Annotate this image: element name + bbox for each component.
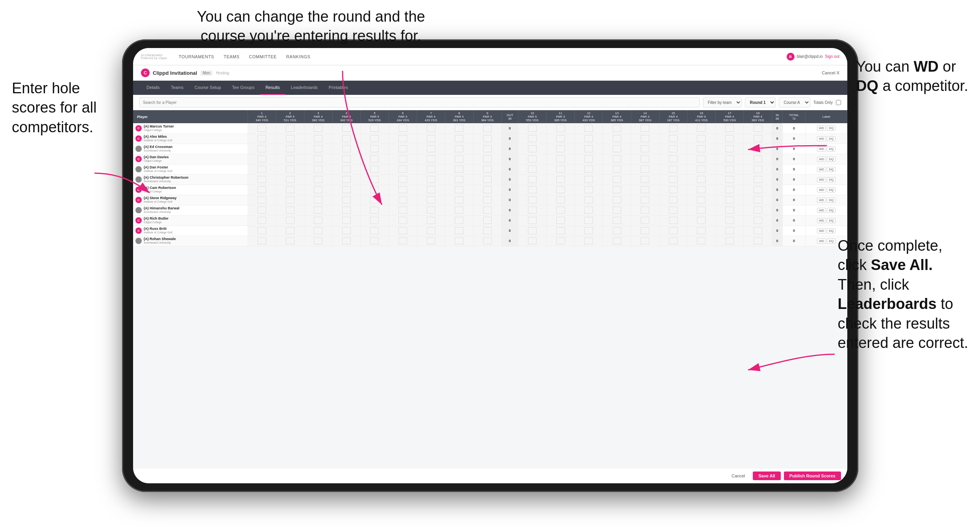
- hole-8-input[interactable]: [455, 227, 463, 234]
- hole-15-input[interactable]: [669, 196, 678, 203]
- dq-button[interactable]: DQ: [827, 218, 836, 223]
- hole-13-input-cell[interactable]: [603, 174, 631, 185]
- hole-12-input[interactable]: [584, 217, 593, 224]
- hole-4-input-cell[interactable]: [332, 226, 361, 236]
- nav-tournaments[interactable]: TOURNAMENTS: [179, 54, 214, 59]
- hole-11-input-cell[interactable]: [547, 133, 575, 144]
- hole-7-input-cell[interactable]: [417, 236, 445, 246]
- hole-12-input[interactable]: [584, 237, 593, 244]
- hole-8-input[interactable]: [455, 186, 463, 193]
- hole-5-input-cell[interactable]: [361, 144, 389, 154]
- hole-14-input-cell[interactable]: [631, 133, 659, 144]
- hole-7-input-cell[interactable]: [417, 123, 445, 133]
- hole-7-input[interactable]: [427, 237, 435, 244]
- hole-13-input[interactable]: [613, 155, 621, 163]
- hole-4-input-cell[interactable]: [332, 154, 361, 164]
- hole-15-input[interactable]: [669, 217, 678, 224]
- hole-4-input[interactable]: [342, 186, 351, 193]
- hole-1-input[interactable]: [258, 207, 266, 214]
- hole-8-input[interactable]: [455, 145, 463, 152]
- dq-button[interactable]: DQ: [827, 157, 836, 162]
- hole-6-input-cell[interactable]: [389, 195, 417, 205]
- hole-12-input-cell[interactable]: [574, 215, 603, 226]
- hole-11-input-cell[interactable]: [547, 226, 575, 236]
- hole-5-input-cell[interactable]: [361, 154, 389, 164]
- hole-17-input[interactable]: [725, 145, 734, 152]
- hole-10-input[interactable]: [528, 166, 537, 173]
- hole-3-input[interactable]: [314, 207, 322, 214]
- hole-6-input[interactable]: [398, 145, 407, 152]
- hole-17-input-cell[interactable]: [715, 205, 744, 215]
- hole-3-input-cell[interactable]: [304, 215, 332, 226]
- hole-2-input[interactable]: [286, 217, 295, 224]
- hole-2-input-cell[interactable]: [276, 164, 304, 174]
- course-select[interactable]: Course A: [779, 97, 810, 107]
- hole-15-input[interactable]: [669, 145, 678, 152]
- hole-17-input-cell[interactable]: [715, 236, 744, 246]
- hole-9-input-cell[interactable]: [473, 164, 502, 174]
- hole-7-input[interactable]: [427, 125, 435, 132]
- hole-11-input-cell[interactable]: [547, 195, 575, 205]
- tab-details[interactable]: Details: [141, 81, 165, 95]
- hole-8-input-cell[interactable]: [445, 164, 473, 174]
- hole-14-input-cell[interactable]: [631, 154, 659, 164]
- hole-11-input-cell[interactable]: [547, 236, 575, 246]
- hole-7-input-cell[interactable]: [417, 154, 445, 164]
- hole-16-input-cell[interactable]: [687, 123, 716, 133]
- hole-7-input-cell[interactable]: [417, 195, 445, 205]
- hole-15-input[interactable]: [669, 166, 678, 173]
- hole-5-input[interactable]: [370, 237, 379, 244]
- hole-6-input-cell[interactable]: [389, 154, 417, 164]
- hole-18-input[interactable]: [754, 145, 762, 152]
- hole-16-input-cell[interactable]: [687, 174, 716, 185]
- hole-7-input-cell[interactable]: [417, 144, 445, 154]
- hole-15-input-cell[interactable]: [659, 226, 687, 236]
- save-all-button[interactable]: Save All: [753, 472, 780, 480]
- tab-tee-groups[interactable]: Tee Groups: [226, 81, 260, 95]
- hole-15-input[interactable]: [669, 237, 678, 244]
- hole-15-input[interactable]: [669, 155, 678, 163]
- hole-5-input-cell[interactable]: [361, 164, 389, 174]
- hole-17-input-cell[interactable]: [715, 195, 744, 205]
- hole-17-input[interactable]: [725, 196, 734, 203]
- hole-13-input-cell[interactable]: [603, 195, 631, 205]
- hole-18-input[interactable]: [754, 186, 762, 193]
- hole-15-input[interactable]: [669, 176, 678, 183]
- hole-4-input-cell[interactable]: [332, 195, 361, 205]
- hole-1-input-cell[interactable]: [248, 215, 276, 226]
- hole-13-input-cell[interactable]: [603, 185, 631, 195]
- nav-teams[interactable]: TEAMS: [224, 54, 239, 59]
- hole-8-input-cell[interactable]: [445, 236, 473, 246]
- hole-1-input[interactable]: [258, 145, 266, 152]
- dq-button[interactable]: DQ: [827, 167, 836, 172]
- hole-12-input-cell[interactable]: [574, 144, 603, 154]
- hole-6-input-cell[interactable]: [389, 215, 417, 226]
- hole-18-input-cell[interactable]: [744, 164, 772, 174]
- hole-13-input[interactable]: [613, 135, 621, 142]
- hole-16-input-cell[interactable]: [687, 215, 716, 226]
- hole-11-input-cell[interactable]: [547, 185, 575, 195]
- wd-button[interactable]: WD: [817, 177, 826, 182]
- hole-14-input[interactable]: [641, 227, 649, 234]
- hole-14-input[interactable]: [641, 186, 649, 193]
- hole-12-input[interactable]: [584, 155, 593, 163]
- hole-1-input-cell[interactable]: [248, 205, 276, 215]
- hole-16-input[interactable]: [697, 155, 706, 163]
- hole-10-input-cell[interactable]: [518, 236, 547, 246]
- tab-course-setup[interactable]: Course Setup: [189, 81, 226, 95]
- hole-2-input-cell[interactable]: [276, 123, 304, 133]
- publish-button[interactable]: Publish Round Scores: [784, 472, 841, 480]
- hole-2-input[interactable]: [286, 145, 295, 152]
- hole-6-input-cell[interactable]: [389, 164, 417, 174]
- hole-8-input-cell[interactable]: [445, 133, 473, 144]
- hole-9-input-cell[interactable]: [473, 205, 502, 215]
- wd-button[interactable]: WD: [817, 228, 826, 233]
- hole-16-input-cell[interactable]: [687, 226, 716, 236]
- hole-14-input[interactable]: [641, 155, 649, 163]
- hole-16-input[interactable]: [697, 196, 706, 203]
- hole-4-input[interactable]: [342, 155, 351, 163]
- hole-9-input-cell[interactable]: [473, 174, 502, 185]
- hole-6-input[interactable]: [398, 207, 407, 214]
- tab-leaderboards[interactable]: Leaderboards: [285, 81, 323, 95]
- dq-button[interactable]: DQ: [827, 208, 836, 213]
